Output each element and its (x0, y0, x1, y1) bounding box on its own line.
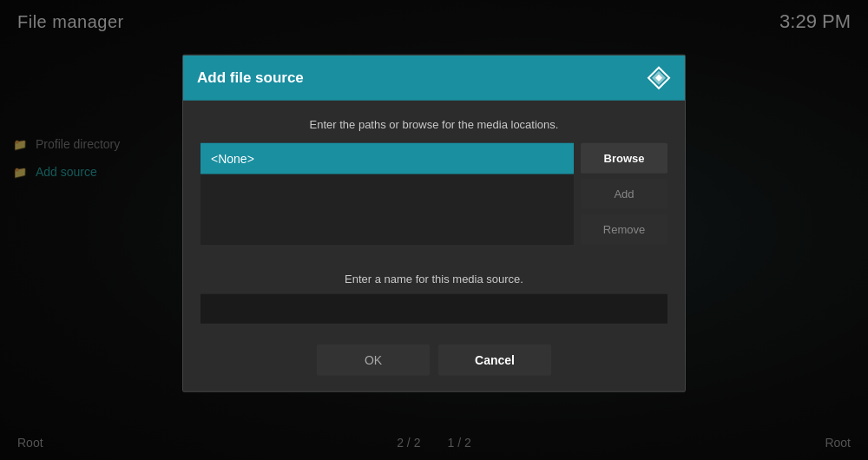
dialog-header: Add file source (183, 56, 685, 101)
kodi-icon (647, 66, 671, 90)
name-section: Enter a name for this media source. (183, 259, 685, 332)
add-file-source-dialog: Add file source Enter the paths or brows… (182, 55, 686, 392)
ok-button[interactable]: OK (317, 345, 430, 376)
browse-button[interactable]: Browse (581, 143, 667, 174)
path-item-selected[interactable]: <None> (201, 143, 574, 174)
cancel-button[interactable]: Cancel (438, 345, 551, 376)
dialog-body: Enter the paths or browse for the media … (183, 101, 685, 259)
dialog-title: Add file source (197, 69, 304, 87)
name-input[interactable] (201, 294, 667, 324)
remove-button[interactable]: Remove (581, 214, 667, 245)
dialog-instruction: Enter the paths or browse for the media … (201, 118, 667, 131)
dialog-footer: OK Cancel (183, 332, 685, 391)
name-instruction: Enter a name for this media source. (201, 273, 667, 286)
path-row: <None> Browse Add Remove (201, 143, 667, 245)
add-button[interactable]: Add (581, 179, 667, 209)
path-list-area: <None> (201, 143, 574, 245)
path-buttons: Browse Add Remove (581, 143, 667, 245)
path-item-empty (201, 174, 574, 245)
